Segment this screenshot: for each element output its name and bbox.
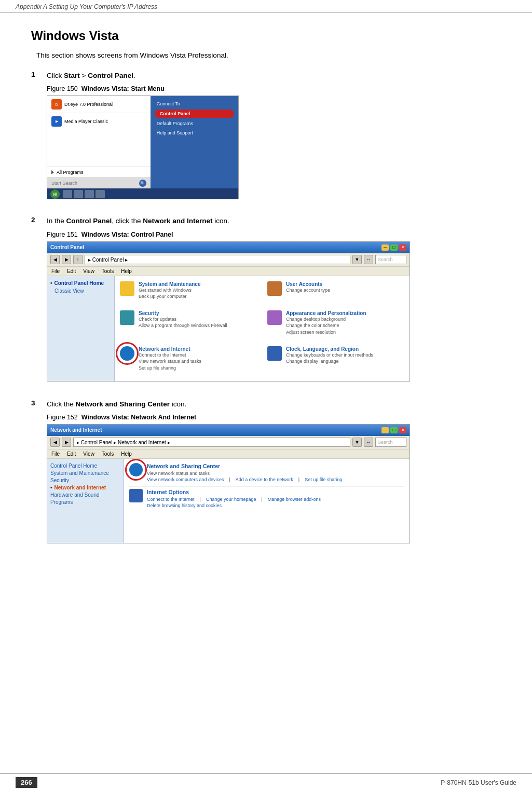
figure-152-label: Figure 152 Windows Vista: Network And In… <box>47 414 501 421</box>
guide-name: P-870HN-51b User's Guide <box>441 779 516 786</box>
step-2-content: In the Control Panel, click the Network … <box>47 216 501 390</box>
step-3-content: Click the Network and Sharing Center ico… <box>47 399 501 553</box>
step-1-text: Click Start > Control Panel. <box>47 71 501 81</box>
intro-text: This section shows screens from Windows … <box>36 51 501 59</box>
main-content: Windows Vista This section shows screens… <box>0 13 532 587</box>
step-2-number: 2 <box>31 216 47 224</box>
page-header: Appendix A Setting Up Your Computer's IP… <box>0 0 532 13</box>
step-3-text: Click the Network and Sharing Center ico… <box>47 399 501 410</box>
figure-151-screenshot: Control Panel ─ □ ✕ ◀ ▶ ↑ ▸ Control Pane… <box>47 241 410 381</box>
figure-150-number: Figure 150 <box>47 85 81 92</box>
step-3: 3 Click the Network and Sharing Center i… <box>31 399 501 553</box>
figure-150-screenshot: D Dr.eye 7.0 Professional ▶ Media Player… <box>47 96 239 199</box>
page: Appendix A Setting Up Your Computer's IP… <box>0 0 532 791</box>
step-1-content: Click Start > Control Panel. Figure 150 … <box>47 71 501 209</box>
step-1-number: 1 <box>31 71 47 78</box>
figure-151-label: Figure 151 Windows Vista: Control Panel <box>47 231 501 238</box>
step-1: 1 Click Start > Control Panel. Figure 15… <box>31 71 501 209</box>
figure-152-screenshot: Network and Internet ─ □ ✕ ◀ ▶ ▸ Control… <box>47 424 410 543</box>
page-footer: 266 P-870HN-51b User's Guide <box>0 773 532 791</box>
page-number: 266 <box>16 777 37 788</box>
step-2: 2 In the Control Panel, click the Networ… <box>31 216 501 390</box>
header-text: Appendix A Setting Up Your Computer's IP… <box>16 3 157 10</box>
figure-150-label: Figure 150 Windows Vista: Start Menu <box>47 85 501 92</box>
step-3-number: 3 <box>31 399 47 407</box>
figure-151-number: Figure 151 <box>47 231 81 238</box>
step-2-text: In the Control Panel, click the Network … <box>47 216 501 226</box>
section-title: Windows Vista <box>31 29 501 43</box>
figure-152-number: Figure 152 <box>47 414 81 421</box>
